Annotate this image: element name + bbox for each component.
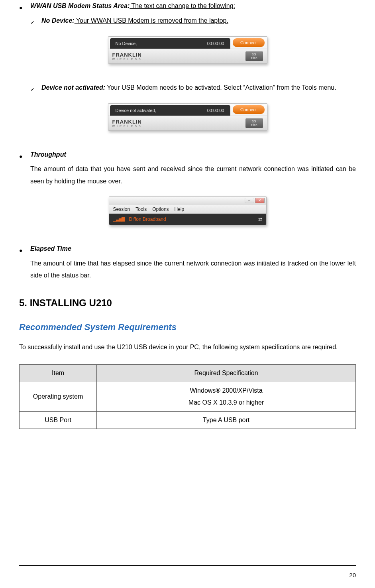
connect-button[interactable]: Connect <box>233 38 265 47</box>
check-icon: ✓ <box>30 15 41 28</box>
brand-name: FRANKLIN <box>112 52 143 57</box>
td-usb-label: USB Port <box>20 411 97 429</box>
carrier-name: Diffon Broadband <box>129 217 166 222</box>
heading-requirements: Recommended System Requirements <box>19 319 356 336</box>
badge-bot: stick <box>251 123 257 126</box>
os-line2: Mac OS X 10.3.9 or higher <box>101 397 351 409</box>
page-number: 20 <box>349 570 356 581</box>
app-status-bar: ▁▃▅▇ Diffon Broadband ⇄ <box>109 214 266 225</box>
signal-icon: ▁▃▅▇ <box>113 217 124 221</box>
modem-status-bar: No Device, 00:00:00 <box>110 38 230 49</box>
bullet-dot-icon: ● <box>19 0 30 13</box>
brand-sub: WIRELESS <box>112 125 143 128</box>
not-activated-label: Device not activated: <box>41 84 105 91</box>
bullet-dot-icon: ● <box>19 149 30 162</box>
heading-installing: 5. INSTALLING U210 <box>19 294 356 312</box>
no-device-content: No Device: Your WWAN USB Modem is remove… <box>41 15 356 27</box>
throughput-title: Throughput <box>30 149 356 161</box>
brand-name: FRANKLIN <box>112 119 143 124</box>
td-usb-spec: Type A USB port <box>97 411 356 429</box>
elapsed-content: Elapsed Time <box>30 243 356 255</box>
modem-status-bar: Device not activated, 00:00:00 <box>110 105 230 116</box>
menu-session[interactable]: Session <box>113 207 130 212</box>
transfer-icon: ⇄ <box>258 217 262 222</box>
os-line1: Windows® 2000/XP/Vista <box>101 385 351 397</box>
wwan-title-rest: The text can change to the following: <box>130 2 235 9</box>
bullet-wwan-content: WWAN USB Modem Status Area: The text can… <box>30 0 356 12</box>
bullet-dot-icon: ● <box>19 243 30 256</box>
bullet-elapsed: ● Elapsed Time <box>19 243 356 256</box>
figure-app-window: – ✕ Session Tools Options Help ▁▃▅▇ Diff… <box>19 196 356 229</box>
connect-label: Connect <box>240 108 257 112</box>
modem-status-text: Device not activated, <box>116 108 156 113</box>
brand-sub: WIRELESS <box>112 58 143 61</box>
table-row: Operating system Windows® 2000/XP/Vista … <box>20 382 356 411</box>
check-no-device: ✓ No Device: Your WWAN USB Modem is remo… <box>30 15 356 28</box>
badge-bot: stick <box>251 56 257 59</box>
app-window: – ✕ Session Tools Options Help ▁▃▅▇ Diff… <box>109 196 267 225</box>
menu-options[interactable]: Options <box>152 207 169 212</box>
table-header-row: Item Required Specification <box>20 365 356 382</box>
close-button[interactable]: ✕ <box>255 198 265 203</box>
bullet-throughput: ● Throughput <box>19 149 356 162</box>
minimize-button[interactable]: – <box>245 198 254 203</box>
modem-timer: 00:00:00 <box>207 41 224 46</box>
brand-block: FRANKLIN WIRELESS <box>112 52 143 61</box>
modem-widget: Device not activated, 00:00:00 Connect F… <box>108 103 267 131</box>
connect-button[interactable]: Connect <box>233 105 265 114</box>
connect-label: Connect <box>240 41 257 45</box>
requirements-intro: To successfully install and use the U210… <box>19 341 356 353</box>
modem-widget: No Device, 00:00:00 Connect FRANKLIN WIR… <box>108 36 267 64</box>
not-activated-content: Device not activated: Your USB Modem nee… <box>41 82 356 94</box>
footer-divider <box>19 565 356 566</box>
menu-help[interactable]: Help <box>175 207 185 212</box>
stick-badge-icon: 3G stick <box>245 51 263 61</box>
elapsed-text: The amount of time that has elapsed sinc… <box>30 258 356 282</box>
figure-modem-no-device: No Device, 00:00:00 Connect FRANKLIN WIR… <box>19 36 356 68</box>
no-device-label: No Device: <box>41 17 75 24</box>
check-icon: ✓ <box>30 82 41 95</box>
close-icon: ✕ <box>258 199 261 203</box>
td-os-spec: Windows® 2000/XP/Vista Mac OS X 10.3.9 o… <box>97 382 356 411</box>
td-os-label: Operating system <box>20 382 97 411</box>
titlebar: – ✕ <box>109 197 266 205</box>
not-activated-text: Your USB Modem needs to be activated. Se… <box>105 84 336 91</box>
th-spec: Required Specification <box>97 365 356 382</box>
stick-badge-icon: 3G stick <box>245 118 263 128</box>
bullet-wwan-status: ● WWAN USB Modem Status Area: The text c… <box>19 0 356 13</box>
minimize-icon: – <box>248 199 250 203</box>
wwan-title-bold: WWAN USB Modem Status Area: <box>30 2 130 9</box>
check-not-activated: ✓ Device not activated: Your USB Modem n… <box>30 82 356 95</box>
brand-block: FRANKLIN WIRELESS <box>112 119 143 128</box>
modem-timer: 00:00:00 <box>207 108 224 113</box>
modem-status-text: No Device, <box>116 41 137 46</box>
elapsed-title: Elapsed Time <box>30 243 356 255</box>
th-item: Item <box>20 365 97 382</box>
no-device-text: Your WWAN USB Modem is removed from the … <box>75 17 228 24</box>
requirements-table: Item Required Specification Operating sy… <box>19 364 356 429</box>
throughput-content: Throughput <box>30 149 356 161</box>
menubar: Session Tools Options Help <box>109 205 266 214</box>
table-row: USB Port Type A USB port <box>20 411 356 429</box>
figure-modem-not-activated: Device not activated, 00:00:00 Connect F… <box>19 103 356 135</box>
throughput-text: The amount of data that you have sent an… <box>30 163 356 187</box>
menu-tools[interactable]: Tools <box>135 207 147 212</box>
